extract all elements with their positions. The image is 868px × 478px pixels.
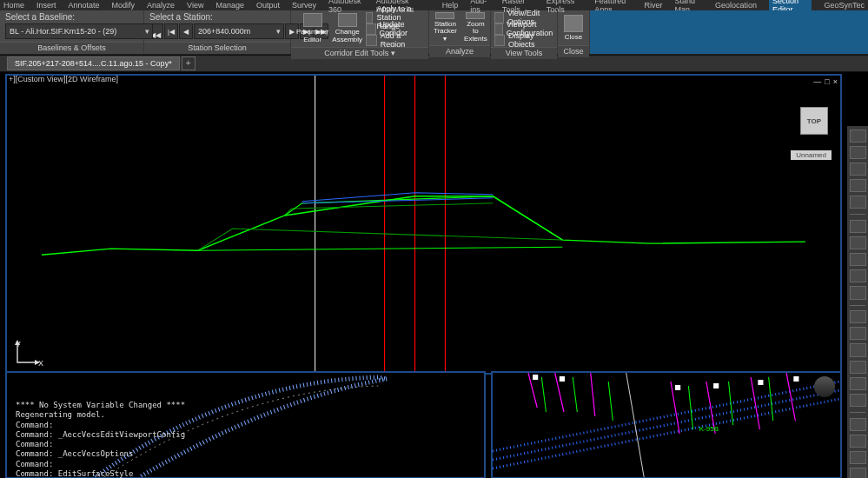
cmd-line: Command: EditSurfaceStyle [16, 469, 185, 478]
cmd-line: Command: _AeccVecsOptions [16, 449, 185, 459]
menu-analyze[interactable]: Analyze [147, 1, 175, 10]
display-objects-button[interactable]: Display Objects [494, 35, 553, 45]
add-region-button[interactable]: Add a Region [366, 35, 423, 45]
ribbon: Select a Baseline: BL - Ali.Hor.SIF.Km15… [0, 10, 868, 55]
svg-line-18 [542, 377, 547, 412]
menu-geolocation[interactable]: Geolocation [715, 1, 757, 10]
tool-button[interactable] [850, 361, 866, 374]
workspace: +][Custom View][2D Wireframe] — □ × TOP … [0, 72, 868, 478]
parameter-editor-button[interactable]: Parameter Editor [296, 13, 328, 44]
viewport-icon [494, 23, 503, 35]
eye-icon [494, 35, 505, 46]
svg-line-4 [198, 247, 563, 250]
station-prev-button[interactable]: ◀ [179, 23, 193, 39]
options-icon [494, 12, 504, 23]
zoom-button[interactable] [850, 163, 866, 176]
panel-close: Close Close [558, 10, 590, 54]
menu-annotate[interactable]: Annotate [69, 1, 100, 10]
refresh-icon [366, 23, 375, 35]
steering-wheel-button[interactable] [850, 129, 866, 143]
tool-button[interactable] [850, 435, 866, 448]
menu-manage[interactable]: Manage [215, 1, 244, 10]
baseline-dropdown[interactable]: BL - Ali.Hor.SIF.Km15-20 - (29) [5, 23, 153, 39]
tool-button[interactable] [850, 468, 866, 478]
menu-output[interactable]: Output [256, 1, 280, 10]
section-viewport[interactable]: +][Custom View][2D Wireframe] — □ × TOP … [5, 74, 842, 375]
cmd-line: Regenerating model. [16, 410, 185, 420]
tracker-icon [435, 12, 454, 19]
panel-analyze: Station Tracker ▾ Zoom to Extents Analyz… [429, 10, 491, 54]
navigation-bar [847, 126, 868, 478]
tool-button[interactable] [850, 327, 866, 340]
panel-viewtools: View/Edit Options Viewport Configuration… [491, 10, 558, 54]
plan-drawing [493, 373, 840, 477]
station-tracker-button[interactable]: Station Tracker ▾ [431, 12, 460, 43]
cmd-line: **** No System Variable Changed **** [16, 401, 185, 410]
panel-title-view: View Tools [491, 47, 557, 59]
menu-bar: HomeInsertAnnotateModifyAnalyzeViewManag… [0, 0, 868, 10]
menu-help[interactable]: Help [442, 1, 459, 10]
new-tab-button[interactable]: + [182, 56, 195, 70]
change-assembly-button[interactable]: Change Assembly [332, 13, 362, 44]
tool-button[interactable] [850, 377, 866, 390]
command-history: **** No System Variable Changed **** Reg… [16, 401, 185, 478]
tool-button[interactable] [850, 220, 866, 233]
tool-button[interactable] [850, 269, 866, 282]
station-value-dropdown[interactable]: 206+840.000m [194, 23, 284, 39]
ucs-icon: YX [14, 340, 40, 368]
document-tab[interactable]: SIF.205+217-208+514....C.11.ago.15 - Cop… [7, 56, 180, 70]
nav-compass[interactable] [814, 376, 835, 397]
profile-viewport[interactable]: **** No System Variable Changed **** Reg… [5, 371, 486, 478]
tool-button[interactable] [850, 286, 866, 299]
tool-button[interactable] [850, 253, 866, 266]
svg-line-20 [609, 382, 613, 421]
plan-viewport[interactable]: K-95B [491, 371, 842, 478]
panel-corridor-tools: Parameter Editor Change Assembly Apply t… [291, 10, 429, 54]
panel-title-baselines: Baselines & Offsets [0, 42, 143, 54]
close-editor-button[interactable]: Close [563, 12, 584, 43]
plus-icon [366, 35, 377, 46]
cmd-line: Command: [16, 460, 185, 469]
orbit-button[interactable] [850, 179, 866, 192]
tool-button[interactable] [850, 394, 866, 407]
menu-geosyntec[interactable]: GeoSynTec [824, 1, 865, 10]
baseline-label: Select a Baseline: [5, 12, 75, 22]
svg-line-13 [591, 373, 595, 416]
cmd-line: Command: _AeccVecsEditViewportConfig [16, 430, 185, 440]
svg-line-7 [493, 399, 840, 468]
menu-home[interactable]: Home [3, 1, 24, 10]
menu-modify[interactable]: Modify [112, 1, 136, 10]
tool-button[interactable] [850, 418, 866, 431]
showmotion-button[interactable] [850, 196, 866, 209]
range-icon [366, 12, 373, 23]
svg-line-9 [493, 382, 840, 451]
zoom-extents-button[interactable]: Zoom to Extents [463, 12, 488, 43]
menu-insert[interactable]: Insert [36, 1, 56, 10]
tool-button[interactable] [850, 343, 866, 356]
section-drawing [7, 76, 840, 373]
panel-station: Select a Station: |◀◀ |◀ ◀ 206+840.000m … [144, 10, 291, 54]
tool-button[interactable] [850, 310, 866, 323]
menu-view[interactable]: View [187, 1, 203, 10]
svg-line-22 [729, 382, 733, 425]
menu-survey[interactable]: Survey [292, 1, 316, 10]
document-tabs: SIF.205+217-208+514....C.11.ago.15 - Cop… [0, 55, 868, 72]
station-label-plan: K-95B [699, 425, 719, 433]
panel-title-station: Station Selection [144, 42, 290, 54]
table-icon [303, 13, 322, 27]
panel-title-close: Close [558, 45, 589, 57]
panel-baselines: Select a Baseline: BL - Ali.Hor.SIF.Km15… [0, 10, 144, 54]
panel-title-analyze: Analyze [429, 45, 490, 57]
pan-button[interactable] [850, 146, 866, 159]
close-x-icon [564, 15, 583, 32]
svg-rect-29 [794, 376, 799, 382]
svg-rect-28 [759, 380, 764, 385]
cmd-line: Command: [16, 440, 185, 449]
panel-title-corridor: Corridor Edit Tools ▾ [291, 47, 428, 59]
tool-button[interactable] [850, 451, 866, 464]
tool-button[interactable] [850, 236, 866, 249]
assembly-icon [338, 13, 357, 27]
station-label: Select a Station: [149, 12, 213, 22]
station-prevgroup-button[interactable]: |◀ [164, 23, 178, 39]
menu-river[interactable]: River [645, 1, 663, 10]
